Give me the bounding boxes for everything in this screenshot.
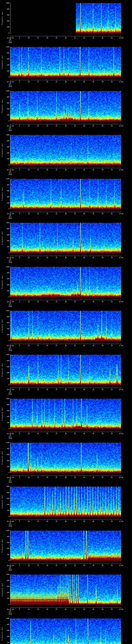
x-tick-label: 50: [100, 477, 105, 478]
y-tick-label: 200: [0, 158, 10, 160]
x-tick-label: 40: [82, 257, 87, 258]
y-axis-title: Frequency (Hz): [2, 487, 4, 517]
date-line: 29: [4, 566, 17, 568]
x-tick-label: 5: [17, 345, 22, 346]
x-tick-label: 35: [72, 301, 78, 302]
x-tick-label: 25: [54, 125, 59, 127]
y-tick-label: 0: [0, 76, 10, 78]
y-axis-title: Frequency (Hz): [2, 135, 4, 165]
spectrogram-panel: Frequency (Hz)0200400600800100016:15:005…: [0, 264, 132, 308]
x-tick-label: 10: [26, 477, 31, 478]
x-tick-label: 45: [91, 477, 96, 478]
spectrogram-panel: Frequency (Hz)0200400600800100016:17:005…: [0, 352, 132, 396]
y-tick-label: 400: [0, 152, 10, 154]
y-tick-label: 800: [0, 624, 10, 625]
y-tick-label: 1000: [0, 46, 10, 48]
x-tick-label: 5: [17, 257, 22, 258]
x-tick-label: 35: [72, 521, 78, 522]
y-tick-label: 1000: [0, 354, 10, 356]
x-end-time-label: 14:00: [117, 213, 125, 214]
x-tick-label: 15: [36, 213, 40, 214]
x-tick-label: 45: [91, 389, 96, 390]
y-tick-label: 400: [0, 284, 10, 286]
x-tick-label: 5: [17, 389, 22, 390]
x-tick-label: 15: [36, 433, 40, 434]
y-axis-title: Frequency (Hz): [2, 223, 4, 253]
x-tick-label: 45: [91, 257, 96, 258]
x-tick-label: 20: [44, 169, 50, 171]
x-tick-label: 25: [54, 609, 59, 610]
y-tick-label: 800: [0, 52, 10, 54]
x-tick-label: 50: [100, 81, 105, 83]
x-tick-label: 35: [72, 125, 78, 127]
y-tick-label: 0: [0, 384, 10, 386]
y-tick-label: 600: [0, 542, 10, 544]
y-axis-title: Frequency (Hz): [2, 179, 4, 209]
x-end-time-label: 11:00: [117, 81, 125, 83]
y-axis-title: Frequency (Hz): [2, 91, 4, 121]
date-line: 2016: [4, 526, 17, 527]
x-tick-label: 10: [26, 37, 31, 39]
spectrogram-panel: Frequency (Hz)0200400600800100016:20:005…: [0, 484, 132, 528]
x-start-time-label: 16:18:00: [4, 433, 17, 434]
y-tick-label: 800: [0, 228, 10, 230]
x-tick-label: 30: [63, 125, 68, 127]
date-line: 2016: [4, 438, 17, 439]
y-tick-label: 600: [0, 630, 10, 631]
x-tick-label: 45: [91, 565, 96, 566]
x-tick-label: 50: [100, 125, 105, 127]
date-line: 2016: [4, 130, 17, 132]
x-tick-label: 55: [109, 433, 114, 434]
x-tick-label: 15: [36, 389, 40, 390]
x-tick-label: 55: [109, 609, 114, 610]
y-tick-label: 400: [0, 108, 10, 110]
x-tick-label: 20: [44, 389, 50, 390]
date-line: 2016: [4, 42, 17, 44]
x-tick-label: 30: [63, 257, 68, 258]
spectrogram-canvas: [0, 616, 132, 644]
x-tick-label: 40: [82, 81, 87, 83]
x-tick-label: 35: [72, 213, 78, 214]
x-tick-label: 15: [36, 81, 40, 83]
x-tick-label: 10: [26, 389, 31, 390]
spectrogram-panel: Frequency (Hz)0200400600800100016:23:005…: [0, 616, 132, 644]
y-tick-label: 800: [0, 272, 10, 274]
date-line: 2016: [4, 174, 17, 175]
y-tick-label: 1000: [0, 486, 10, 488]
x-tick-label: 45: [91, 609, 96, 610]
date-line: 2016: [4, 482, 17, 483]
y-tick-label: 200: [0, 378, 10, 380]
x-tick-label: 15: [36, 565, 40, 566]
y-tick-label: 200: [0, 422, 10, 424]
x-tick-label: 45: [91, 301, 96, 302]
x-tick-label: 30: [63, 345, 68, 346]
x-tick-label: 50: [100, 257, 105, 258]
x-tick-label: 35: [72, 565, 78, 566]
date-line: 2016: [4, 394, 17, 395]
x-tick-label: 20: [44, 521, 50, 522]
x-tick-label: 35: [72, 169, 78, 171]
spectrogram-panel: Frequency (Hz)0200400600800100016:22:005…: [0, 572, 132, 616]
y-tick-label: 0: [0, 208, 10, 210]
x-tick-label: 10: [26, 301, 31, 302]
x-tick-label: 10: [26, 125, 31, 127]
x-tick-label: 50: [100, 301, 105, 302]
x-tick-label: 5: [17, 169, 22, 171]
y-tick-label: 0: [0, 472, 10, 474]
x-tick-label: 5: [17, 213, 22, 214]
x-tick-label: 30: [63, 37, 68, 39]
x-end-time-label: 21:00: [117, 521, 125, 522]
x-tick-label: 20: [44, 565, 50, 566]
y-tick-label: 400: [0, 636, 10, 637]
y-tick-label: 600: [0, 14, 10, 16]
x-tick-label: 40: [82, 125, 87, 127]
y-tick-label: 1000: [0, 310, 10, 312]
x-tick-label: 5: [17, 37, 22, 39]
x-tick-label: 45: [91, 521, 96, 522]
date-line: 2016: [4, 570, 17, 571]
x-tick-label: 10: [26, 433, 31, 434]
y-tick-label: 0: [0, 560, 10, 562]
x-tick-label: 20: [44, 301, 50, 302]
y-tick-label: 800: [0, 404, 10, 406]
y-axis-title: Frequency (Hz): [2, 311, 4, 341]
